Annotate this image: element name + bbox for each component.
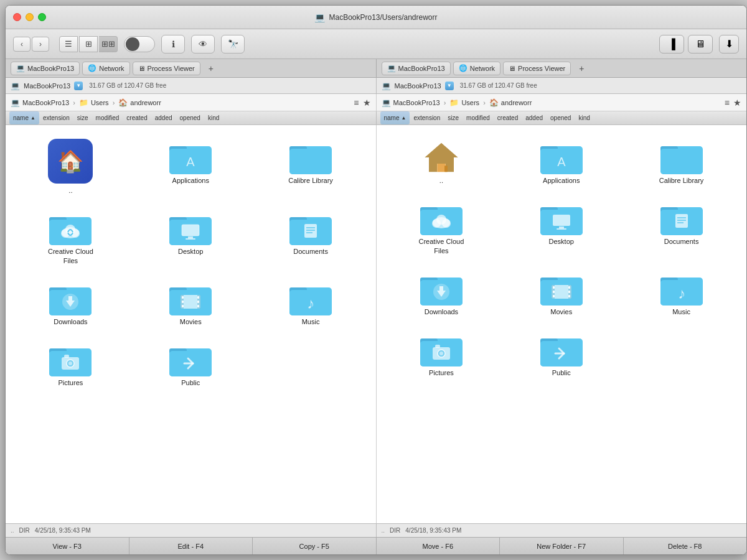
right-col-opened[interactable]: opened — [547, 111, 575, 124]
icons-view-button[interactable]: ⊞⊞ — [99, 36, 118, 52]
left-tab-network[interactable]: 🌐 Network — [82, 62, 129, 75]
left-col-created[interactable]: created — [123, 111, 151, 124]
right-drive-arrow[interactable]: ▼ — [445, 82, 454, 90]
left-col-size[interactable]: size — [73, 111, 92, 124]
left-tab-macbookpro[interactable]: 💻 MacBookPro13 — [11, 62, 80, 75]
right-tab-macbookpro[interactable]: 💻 MacBookPro13 — [382, 62, 451, 75]
svg-rect-39 — [182, 301, 184, 303]
left-tab-process-viewer[interactable]: 🖥 Process Viewer — [133, 62, 200, 75]
right-item-home[interactable]: .. — [384, 134, 499, 190]
left-drive-arrow[interactable]: ▼ — [74, 82, 83, 90]
right-col-kind[interactable]: kind — [575, 111, 593, 124]
download-button[interactable]: ⬇ — [719, 35, 739, 54]
svg-rect-83 — [675, 214, 688, 228]
fkey-move[interactable]: Move - F6 — [377, 538, 500, 554]
fkey-view[interactable]: View - F3 — [6, 538, 129, 554]
left-col-kind[interactable]: kind — [204, 111, 223, 124]
columns-view-button[interactable]: ⊞ — [79, 36, 98, 52]
fkey-copy[interactable]: Copy - F5 — [253, 538, 377, 554]
right-label-applications: Applications — [543, 176, 580, 185]
right-col-created[interactable]: created — [494, 111, 522, 124]
binoculars-button[interactable]: 🔭 — [221, 35, 245, 54]
left-star-icon[interactable]: ★ — [363, 98, 371, 108]
minimize-button[interactable] — [26, 13, 34, 21]
right-item-downloads[interactable]: Downloads — [384, 265, 499, 321]
list-view-button[interactable]: ☰ — [59, 36, 78, 52]
fkey-edit[interactable]: Edit - F4 — [129, 538, 253, 554]
right-downloads-folder-icon — [419, 270, 464, 307]
left-col-opened[interactable]: opened — [176, 111, 204, 124]
left-item-music[interactable]: ♪ Music — [253, 275, 369, 331]
left-item-downloads[interactable]: Downloads — [13, 275, 128, 331]
right-status-dots: .. — [382, 527, 385, 534]
right-item-public[interactable]: Public — [504, 326, 619, 382]
left-item-desktop[interactable]: Desktop — [133, 205, 248, 270]
forward-button[interactable]: › — [32, 37, 49, 52]
left-col-name[interactable]: name ▲ — [9, 111, 39, 124]
right-item-music[interactable]: ♪ Music — [624, 265, 739, 321]
right-col-size[interactable]: size — [444, 111, 463, 124]
left-col-added[interactable]: added — [151, 111, 176, 124]
left-breadcrumb-users[interactable]: Users — [91, 99, 109, 106]
monitor-icon-button[interactable]: 🖥 — [688, 35, 713, 54]
right-star-icon[interactable]: ★ — [733, 98, 741, 108]
svg-rect-58 — [437, 164, 445, 172]
left-breadcrumb-macbookpro[interactable]: MacBookPro13 — [22, 99, 69, 106]
right-creative-cloud-folder-icon — [419, 200, 464, 237]
fkey-delete[interactable]: Delete - F8 — [624, 538, 747, 554]
left-col-modified[interactable]: modified — [92, 111, 123, 124]
nav-buttons: ‹ › — [13, 37, 49, 52]
right-item-pictures[interactable]: Pictures — [384, 326, 499, 382]
right-item-calibre[interactable]: Calibre Library — [624, 134, 739, 190]
info-button[interactable]: ℹ — [161, 35, 185, 54]
right-col-added[interactable]: added — [522, 111, 547, 124]
left-item-movies[interactable]: Movies — [133, 275, 248, 331]
right-file-pane: .. A Applications — [377, 125, 747, 523]
right-list-view-icon[interactable]: ≡ — [725, 98, 730, 108]
left-breadcrumb-andreworr[interactable]: andreworr — [130, 99, 161, 106]
right-col-modified[interactable]: modified — [463, 111, 494, 124]
right-tab-network[interactable]: 🌐 Network — [453, 62, 500, 75]
left-item-pictures[interactable]: Pictures — [13, 336, 128, 392]
svg-rect-6 — [289, 149, 332, 174]
left-item-public[interactable]: Public — [133, 336, 248, 392]
svg-rect-100 — [553, 295, 555, 297]
close-button[interactable] — [13, 13, 21, 21]
left-list-view-icon[interactable]: ≡ — [354, 98, 359, 108]
fkey-new-folder[interactable]: New Folder - F7 — [500, 538, 624, 554]
right-item-movies[interactable]: Movies — [504, 265, 619, 321]
svg-rect-78 — [559, 226, 564, 228]
left-item-home[interactable]: 🏠 .. — [13, 134, 128, 200]
left-item-calibre[interactable]: Calibre Library — [253, 134, 369, 200]
right-tab-process-viewer[interactable]: 🖥 Process Viewer — [503, 62, 571, 75]
left-col-extension[interactable]: extension — [39, 111, 73, 124]
eye-button[interactable]: 👁 — [191, 35, 215, 54]
right-col-extension[interactable]: extension — [410, 111, 444, 124]
right-item-documents[interactable]: Documents — [624, 195, 739, 260]
right-breadcrumb-andreworr[interactable]: andreworr — [501, 99, 532, 106]
right-public-folder-icon — [539, 331, 584, 368]
right-item-creative-cloud[interactable]: Creative Cloud Files — [384, 195, 499, 260]
right-col-name[interactable]: name ▲ — [380, 111, 410, 124]
desktop-folder-icon — [168, 210, 213, 247]
maximize-button[interactable] — [38, 13, 46, 21]
left-tab-add[interactable]: + — [205, 63, 217, 74]
left-label-desktop: Desktop — [178, 247, 203, 256]
right-calibre-folder-icon — [659, 139, 704, 176]
left-label-applications: Applications — [172, 176, 209, 185]
right-breadcrumb-macbookpro[interactable]: MacBookPro13 — [393, 99, 440, 106]
left-status-pane: .. DIR 4/25/18, 9:35:43 PM — [6, 524, 377, 537]
left-item-creative-cloud[interactable]: Creative Cloud Files — [13, 205, 128, 270]
right-item-applications[interactable]: A Applications — [504, 134, 619, 190]
right-label-downloads: Downloads — [425, 307, 458, 316]
toggle-button[interactable] — [124, 36, 155, 52]
right-tab-add[interactable]: + — [576, 63, 587, 74]
right-path-icon-0: 💻 — [382, 98, 391, 107]
left-item-applications[interactable]: A Applications — [133, 134, 248, 200]
right-breadcrumb-users[interactable]: Users — [461, 99, 479, 106]
back-button[interactable]: ‹ — [13, 37, 31, 52]
panel-icon-button[interactable]: ▐ — [659, 35, 684, 54]
right-item-desktop[interactable]: Desktop — [504, 195, 619, 260]
left-item-documents[interactable]: Documents — [253, 205, 369, 270]
left-label-pictures: Pictures — [59, 378, 83, 387]
